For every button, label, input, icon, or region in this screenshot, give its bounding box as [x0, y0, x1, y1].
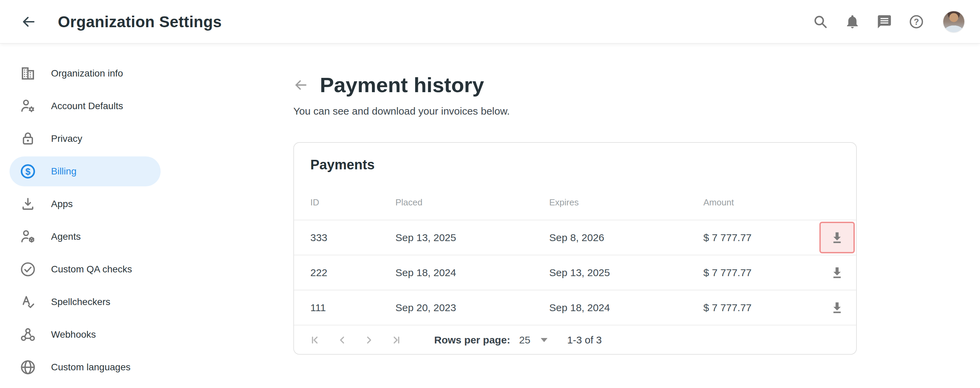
messages-button[interactable]	[876, 13, 893, 30]
cell-amount: $ 7 777.77	[703, 302, 818, 314]
app-title: Organization Settings	[58, 13, 222, 31]
rows-per-page-value: 25	[519, 334, 530, 346]
topbar-back-button[interactable]	[21, 14, 37, 30]
cell-expires: Sep 8, 2026	[549, 232, 703, 244]
download-icon	[830, 301, 844, 315]
cell-amount: $ 7 777.77	[703, 267, 818, 279]
svg-text:$: $	[25, 166, 30, 177]
webhook-icon	[20, 326, 36, 343]
cell-placed: Sep 13, 2025	[395, 232, 549, 244]
globe-icon	[20, 359, 36, 375]
download-invoice-button[interactable]	[819, 292, 855, 323]
dollar-circle-icon: $	[20, 163, 36, 179]
sidebar-item-label: Custom languages	[51, 362, 130, 373]
pagination-range: 1-3 of 3	[567, 334, 602, 346]
chat-icon	[877, 14, 892, 30]
download-icon	[830, 231, 844, 245]
caret-down-icon	[541, 338, 547, 342]
card-title: Payments	[310, 157, 856, 173]
cell-id: 333	[310, 232, 395, 244]
download-tray-icon	[20, 196, 36, 212]
column-header-placed: Placed	[395, 197, 549, 208]
user-gear-icon	[20, 98, 36, 114]
sidebar-item-label: Privacy	[51, 133, 82, 144]
help-button[interactable]: ?	[908, 13, 925, 30]
topbar-actions: ?	[812, 11, 965, 33]
column-header-amount: Amount	[703, 197, 818, 208]
cell-expires: Sep 13, 2025	[549, 267, 703, 279]
table-row: 333 Sep 13, 2025 Sep 8, 2026 $ 7 777.77	[294, 220, 856, 255]
cell-id: 111	[310, 302, 395, 314]
sidebar-item-apps[interactable]: Apps	[0, 188, 170, 220]
next-page-button[interactable]	[361, 333, 376, 348]
first-page-icon	[310, 334, 321, 346]
last-page-button[interactable]	[388, 333, 403, 348]
download-invoice-button[interactable]	[819, 222, 855, 253]
sidebar-item-label: Billing	[51, 166, 76, 177]
cell-id: 222	[310, 267, 395, 279]
topbar: Organization Settings ?	[0, 0, 980, 44]
notifications-button[interactable]	[844, 13, 861, 30]
sidebar-item-label: Agents	[51, 231, 81, 242]
page-back-button[interactable]	[293, 78, 308, 92]
arrow-left-icon	[21, 14, 37, 30]
main-content: Payment history You can see and download…	[293, 73, 857, 355]
arrow-left-icon	[293, 78, 308, 92]
column-header-expires: Expires	[549, 197, 703, 208]
sidebar-item-custom-qa-checks[interactable]: Custom QA checks	[0, 253, 170, 286]
download-icon	[830, 266, 844, 280]
sidebar-item-label: Organization info	[51, 68, 123, 79]
user-avatar[interactable]	[943, 11, 965, 33]
table-row: 222 Sep 18, 2024 Sep 13, 2025 $ 7 777.77	[294, 255, 856, 290]
spellcheck-icon	[20, 294, 36, 310]
page-subtitle: You can see and download your invoices b…	[293, 105, 857, 117]
column-header-id: ID	[310, 197, 395, 208]
cell-expires: Sep 18, 2024	[549, 302, 703, 314]
payments-card: Payments ID Placed Expires Amount 333 Se…	[293, 142, 857, 355]
sidebar-item-spellcheckers[interactable]: Spellcheckers	[0, 286, 170, 318]
sidebar-item-label: Webhooks	[51, 329, 96, 340]
lock-icon	[20, 131, 36, 147]
first-page-button[interactable]	[308, 333, 323, 348]
sidebar-item-custom-languages[interactable]: Custom languages	[0, 351, 170, 383]
cell-placed: Sep 20, 2023	[395, 302, 549, 314]
search-icon	[813, 14, 828, 30]
sidebar-item-account-defaults[interactable]: Account Defaults	[0, 90, 170, 122]
svg-text:?: ?	[914, 17, 919, 26]
previous-page-button[interactable]	[335, 333, 350, 348]
table-header: ID Placed Expires Amount	[294, 185, 856, 220]
check-circle-icon	[20, 261, 36, 277]
bell-icon	[845, 14, 860, 30]
sidebar-item-webhooks[interactable]: Webhooks	[0, 318, 170, 351]
sidebar-item-organization-info[interactable]: Organization info	[0, 57, 170, 90]
page-title: Payment history	[320, 73, 484, 97]
sidebar-item-label: Account Defaults	[51, 101, 123, 112]
sidebar-item-agents[interactable]: Agents	[0, 220, 170, 253]
building-icon	[20, 65, 36, 82]
download-invoice-button[interactable]	[819, 257, 855, 288]
last-page-icon	[390, 334, 401, 346]
sidebar-item-billing[interactable]: $ Billing	[0, 155, 170, 188]
sidebar-item-label: Spellcheckers	[51, 296, 110, 307]
search-button[interactable]	[812, 13, 829, 30]
sidebar-item-privacy[interactable]: Privacy	[0, 122, 170, 155]
table-pagination: Rows per page: 25 1-3 of 3	[294, 325, 856, 355]
cell-placed: Sep 18, 2024	[395, 267, 549, 279]
chevron-right-icon	[363, 334, 375, 346]
cell-amount: $ 7 777.77	[703, 232, 818, 244]
user-cube-icon	[20, 228, 36, 245]
chevron-left-icon	[337, 334, 348, 346]
settings-sidebar: Organization info Account Defaults Priva…	[0, 44, 170, 383]
help-icon: ?	[908, 14, 924, 30]
rows-per-page-select[interactable]: 25	[519, 334, 547, 346]
rows-per-page-label: Rows per page:	[434, 334, 510, 346]
table-row: 111 Sep 20, 2023 Sep 18, 2024 $ 7 777.77	[294, 290, 856, 325]
sidebar-item-label: Custom QA checks	[51, 264, 132, 275]
sidebar-item-label: Apps	[51, 199, 73, 209]
